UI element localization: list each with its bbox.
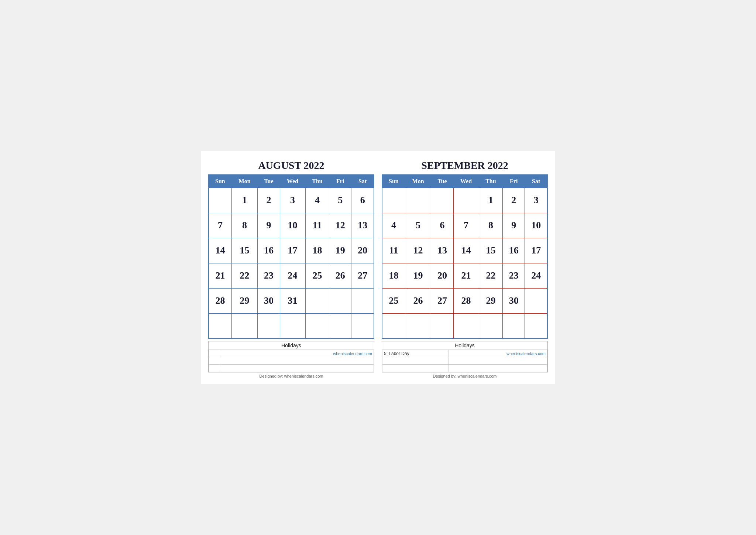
table-row: 24 <box>280 263 305 288</box>
aug-holiday-3b <box>221 365 374 372</box>
table-row: 27 <box>351 263 374 288</box>
table-row <box>305 288 329 313</box>
table-row <box>405 188 431 213</box>
aug-holiday-2 <box>209 357 221 365</box>
table-row: 2 <box>503 188 525 213</box>
table-row: 13 <box>431 238 453 263</box>
september-holidays-table: 5: Labor Day wheniscalendars.com <box>382 350 547 372</box>
table-row: 19 <box>405 263 431 288</box>
table-row <box>351 313 374 338</box>
table-row: 7 <box>209 213 231 238</box>
aug-holiday-2b <box>221 357 374 365</box>
table-row <box>329 313 351 338</box>
aug-header-thu: Thu <box>305 175 329 188</box>
table-row: 23 <box>503 263 525 288</box>
table-row: 6 <box>431 213 453 238</box>
table-row: 15 <box>231 238 258 263</box>
sep-header-tue: Tue <box>431 175 453 188</box>
table-row: 12 <box>405 238 431 263</box>
table-row: 10 <box>525 213 547 238</box>
table-row: 25 <box>305 263 329 288</box>
sep-website: wheniscalendars.com <box>449 350 547 357</box>
table-row: 21 <box>453 263 479 288</box>
table-row: 26 <box>329 263 351 288</box>
table-row: 14 <box>209 238 231 263</box>
aug-header-fri: Fri <box>329 175 351 188</box>
aug-header-wed: Wed <box>280 175 305 188</box>
august-table: Sun Mon Tue Wed Thu Fri Sat 123456789101… <box>208 174 374 339</box>
table-row <box>453 313 479 338</box>
table-row: 7 <box>453 213 479 238</box>
table-row <box>209 313 231 338</box>
table-row <box>382 188 405 213</box>
table-row: 5 <box>405 213 431 238</box>
table-row <box>479 313 502 338</box>
sep-holiday-3 <box>382 365 449 372</box>
table-row: 22 <box>231 263 258 288</box>
september-calendar: SEPTEMBER 2022 Sun Mon Tue Wed Thu Fri S… <box>382 160 548 379</box>
table-row: 16 <box>258 238 280 263</box>
sep-header-fri: Fri <box>503 175 525 188</box>
table-row: 25 <box>382 288 405 313</box>
table-row: 24 <box>525 263 547 288</box>
table-row: 18 <box>305 238 329 263</box>
aug-header-tue: Tue <box>258 175 280 188</box>
sep-holiday-1: 5: Labor Day <box>382 350 449 357</box>
august-holidays-table: wheniscalendars.com <box>209 350 374 372</box>
table-row: 30 <box>503 288 525 313</box>
sep-holiday-2 <box>382 357 449 365</box>
sep-header-thu: Thu <box>479 175 502 188</box>
table-row <box>503 313 525 338</box>
sep-header-wed: Wed <box>453 175 479 188</box>
table-row: 23 <box>258 263 280 288</box>
table-row: 6 <box>351 188 374 213</box>
table-row <box>453 188 479 213</box>
september-holidays-label: Holidays <box>382 341 547 350</box>
table-row <box>382 313 405 338</box>
table-row: 15 <box>479 238 502 263</box>
table-row: 11 <box>382 238 405 263</box>
table-row: 9 <box>258 213 280 238</box>
table-row: 29 <box>231 288 258 313</box>
table-row <box>305 313 329 338</box>
table-row: 3 <box>525 188 547 213</box>
september-holidays-section: Holidays 5: Labor Day wheniscalendars.co… <box>382 341 548 372</box>
aug-holiday-3 <box>209 365 221 372</box>
table-row: 1 <box>479 188 502 213</box>
table-row: 22 <box>479 263 502 288</box>
table-row: 31 <box>280 288 305 313</box>
table-row: 20 <box>431 263 453 288</box>
table-row: 4 <box>382 213 405 238</box>
table-row <box>209 188 231 213</box>
table-row: 18 <box>382 263 405 288</box>
table-row: 9 <box>503 213 525 238</box>
sep-header-mon: Mon <box>405 175 431 188</box>
table-row: 29 <box>479 288 502 313</box>
table-row <box>329 288 351 313</box>
aug-holiday-1 <box>209 350 221 357</box>
table-row: 28 <box>209 288 231 313</box>
table-row: 14 <box>453 238 479 263</box>
table-row: 16 <box>503 238 525 263</box>
table-row: 20 <box>351 238 374 263</box>
table-row: 12 <box>329 213 351 238</box>
aug-header-sun: Sun <box>209 175 231 188</box>
august-title: AUGUST 2022 <box>208 160 374 171</box>
table-row <box>431 188 453 213</box>
table-row: 1 <box>231 188 258 213</box>
sep-header-sat: Sat <box>525 175 547 188</box>
table-row: 10 <box>280 213 305 238</box>
september-title: SEPTEMBER 2022 <box>382 160 548 171</box>
table-row <box>280 313 305 338</box>
table-row: 19 <box>329 238 351 263</box>
table-row: 11 <box>305 213 329 238</box>
table-row <box>351 288 374 313</box>
page: AUGUST 2022 Sun Mon Tue Wed Thu Fri Sat … <box>201 151 555 385</box>
table-row <box>431 313 453 338</box>
sep-header-sun: Sun <box>382 175 405 188</box>
table-row: 4 <box>305 188 329 213</box>
table-row: 26 <box>405 288 431 313</box>
august-holidays-section: Holidays wheniscalendars.com <box>208 341 374 372</box>
table-row: 8 <box>479 213 502 238</box>
september-table: Sun Mon Tue Wed Thu Fri Sat 123456789101… <box>382 174 548 339</box>
